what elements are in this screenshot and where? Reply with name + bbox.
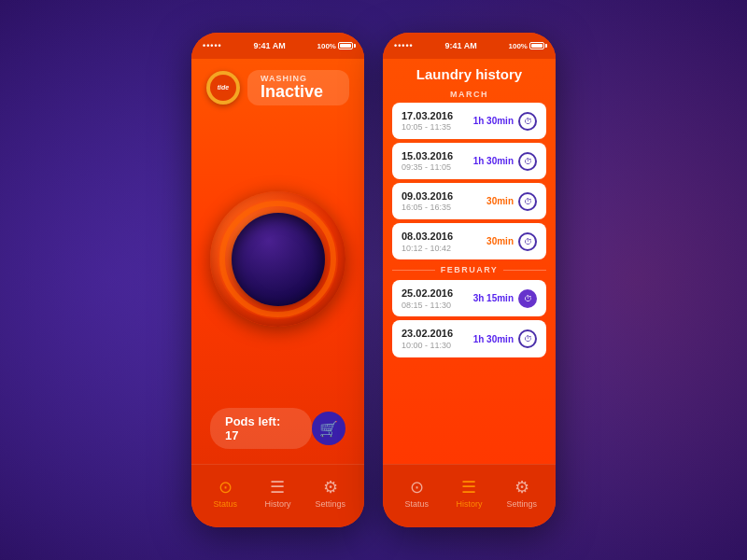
- divider-line-right-feb: [503, 270, 546, 271]
- battery-icon-2: [529, 42, 544, 49]
- history-time-5: 08:15 - 11:30: [402, 301, 453, 311]
- history-duration-5: 3h 15min: [473, 293, 514, 303]
- pods-count: Pods left: 17: [210, 408, 312, 449]
- status-nav-label: Status: [213, 499, 237, 509]
- history-time-6: 10:00 - 11:30: [402, 341, 453, 351]
- history-date-4: 08.03.2016: [402, 230, 453, 243]
- february-divider: FEBRUARY: [392, 263, 546, 276]
- nav-item-status-2[interactable]: ⊙ Status: [390, 477, 443, 509]
- history-item-right-2: 1h 30min ⏱: [473, 152, 537, 171]
- drum-container: [210, 122, 345, 397]
- history-date: 17.03.2016: [402, 109, 453, 122]
- history-item-2302[interactable]: 23.02.2016 10:00 - 11:30 1h 30min ⏱: [392, 320, 546, 357]
- battery-indicator: 100%: [317, 42, 353, 50]
- pod-icon: ⏱: [518, 289, 537, 308]
- battery-icon: [338, 42, 353, 49]
- history-time-3: 16:05 - 16:35: [402, 203, 453, 213]
- history-item-1503[interactable]: 15.03.2016 09:35 - 11:05 1h 30min ⏱: [392, 143, 546, 179]
- tide-logo: [206, 71, 240, 105]
- history-item-right-5: 3h 15min ⏱: [473, 289, 537, 308]
- status-bar-2: ••••• 9:41 AM 100%: [383, 33, 556, 59]
- settings-nav-label: Settings: [316, 499, 346, 509]
- history-item-right-6: 1h 30min ⏱: [473, 329, 537, 348]
- status-nav-label-2: Status: [404, 499, 429, 509]
- clock-icon-2: ⏱: [518, 152, 537, 171]
- drum-outer: [210, 191, 345, 327]
- history-item-left-5: 25.02.2016 08:15 - 11:30: [402, 287, 453, 310]
- march-divider: MARCH: [433, 86, 505, 103]
- history-item-0903[interactable]: 09.03.2016 16:05 - 16:35 30min ⏱: [392, 183, 546, 219]
- history-date-6: 23.02.2016: [402, 327, 453, 340]
- history-duration-6: 1h 30min: [473, 334, 514, 344]
- history-item-left: 17.03.2016 10:05 - 11:35: [402, 109, 453, 133]
- nav-item-settings-1[interactable]: ⚙ Settings: [304, 477, 357, 509]
- february-label: FEBRUARY: [441, 265, 499, 274]
- clock-icon-4: ⏱: [518, 232, 537, 251]
- nav-item-settings-2[interactable]: ⚙ Settings: [496, 477, 548, 509]
- status-bar-1: ••••• 9:41 AM 100%: [191, 33, 364, 59]
- history-date-5: 25.02.2016: [402, 287, 453, 300]
- clock-icon: ⏱: [518, 112, 537, 131]
- history-item-left-4: 08.03.2016 10:12 - 10:42: [402, 230, 453, 253]
- bottom-nav-1: ⊙ Status ☰ History ⚙ Settings: [191, 464, 364, 527]
- history-header: Laundry history: [383, 59, 556, 86]
- history-duration: 1h 30min: [473, 116, 514, 126]
- history-duration-3: 30min: [486, 196, 514, 206]
- history-time-2: 09:35 - 11:05: [402, 162, 453, 173]
- nav-item-status-1[interactable]: ⊙ Status: [199, 477, 251, 509]
- settings-nav-icon: ⚙: [323, 477, 338, 497]
- drum-inner: [232, 213, 325, 306]
- history-list: 17.03.2016 10:05 - 11:35 1h 30min ⏱ 15.0…: [383, 103, 556, 464]
- history-time: 10:05 - 11:35: [402, 122, 453, 133]
- cart-button[interactable]: 🛒: [312, 412, 345, 445]
- history-date-2: 15.03.2016: [402, 149, 453, 162]
- history-item-left-3: 09.03.2016 16:05 - 16:35: [402, 189, 453, 213]
- history-title: Laundry history: [394, 66, 544, 82]
- status-nav-icon-2: ⊙: [410, 477, 424, 497]
- history-nav-label-2: History: [456, 499, 482, 509]
- history-item-right: 1h 30min ⏱: [473, 112, 537, 131]
- history-item-2502[interactable]: 25.02.2016 08:15 - 11:30 3h 15min ⏱: [392, 280, 546, 316]
- history-item-left-6: 23.02.2016 10:00 - 11:30: [402, 327, 453, 350]
- settings-nav-label-2: Settings: [507, 499, 538, 509]
- pods-section: Pods left: 17 🛒: [191, 397, 364, 460]
- history-item-left-2: 15.03.2016 09:35 - 11:05: [402, 149, 453, 173]
- history-nav-icon-2: ☰: [461, 477, 476, 497]
- phone-status: ••••• 9:41 AM 100% WASHING Inactive P: [191, 33, 364, 527]
- history-date-3: 09.03.2016: [402, 189, 453, 203]
- inactive-label: Inactive: [261, 83, 336, 102]
- history-time-4: 10:12 - 10:42: [402, 244, 453, 254]
- tide-logo-inner: [210, 75, 236, 101]
- clock-icon-6: ⏱: [518, 329, 537, 348]
- history-item-0803[interactable]: 08.03.2016 10:12 - 10:42 30min ⏱: [392, 223, 546, 259]
- status-badge: WASHING Inactive: [247, 70, 349, 105]
- clock-icon-3: ⏱: [518, 192, 537, 211]
- divider-line-left-feb: [392, 270, 435, 271]
- header-section: WASHING Inactive: [191, 59, 364, 113]
- signal-dots-2: •••••: [394, 41, 414, 50]
- history-nav-label: History: [264, 499, 290, 509]
- march-label: MARCH: [450, 90, 488, 99]
- status-nav-icon: ⊙: [218, 477, 233, 497]
- history-item-right-4: 30min ⏱: [486, 232, 537, 251]
- phone1-content: WASHING Inactive Pods left: 17 🛒: [191, 59, 364, 464]
- history-nav-icon: ☰: [270, 477, 285, 497]
- history-duration-2: 1h 30min: [473, 156, 514, 166]
- nav-item-history-1[interactable]: ☰ History: [251, 477, 303, 509]
- nav-item-history-2[interactable]: ☰ History: [443, 477, 495, 509]
- history-duration-4: 30min: [486, 236, 514, 246]
- settings-nav-icon-2: ⚙: [514, 477, 529, 497]
- phone2-content: Laundry history MARCH 17.03.2016 10:05 -…: [383, 59, 556, 464]
- history-item-1703[interactable]: 17.03.2016 10:05 - 11:35 1h 30min ⏱: [392, 103, 546, 139]
- status-time: 9:41 AM: [254, 41, 286, 50]
- bottom-nav-2: ⊙ Status ☰ History ⚙ Settings: [383, 464, 556, 527]
- signal-dots: •••••: [203, 41, 222, 50]
- status-time-2: 9:41 AM: [445, 41, 477, 50]
- drum-ring: [219, 201, 336, 317]
- history-item-right-3: 30min ⏱: [486, 192, 537, 211]
- battery-indicator-2: 100%: [509, 42, 544, 50]
- phone-history: ••••• 9:41 AM 100% Laundry history MARCH…: [383, 33, 556, 527]
